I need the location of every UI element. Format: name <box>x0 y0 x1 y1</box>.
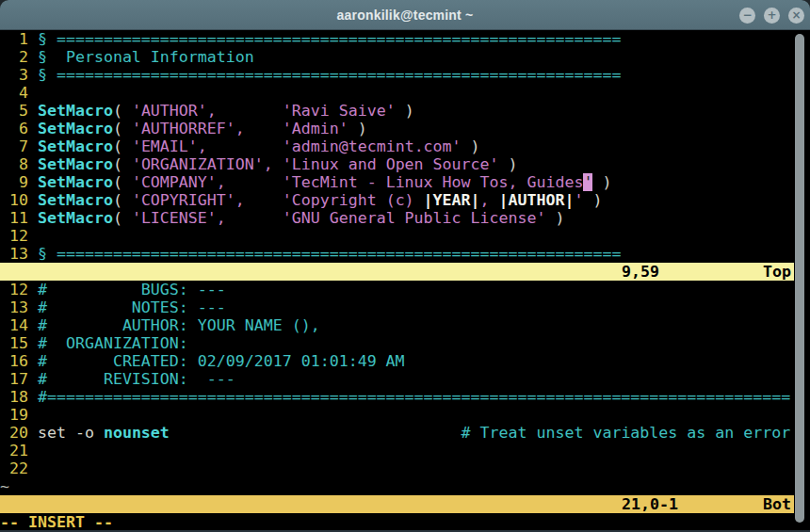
code-segment: set -o <box>38 424 104 442</box>
window-controls: − + × <box>739 0 804 30</box>
line-number: 10 <box>0 191 38 209</box>
code-line[interactable]: 4 <box>0 84 794 102</box>
code-line[interactable]: 9 SetMacro( 'COMPANY', 'TecMint - Linux … <box>0 173 794 191</box>
code-segment: 'admin@tecmint.com' <box>283 137 462 155</box>
code-segment <box>273 155 283 173</box>
code-line[interactable]: 20 set -o nounset # Treat unset variable… <box>0 424 794 442</box>
code-segment: SetMacro <box>38 137 113 155</box>
code-line[interactable]: 13 # NOTES: --- <box>0 298 794 316</box>
code-segment: 'LICENSE', <box>132 209 226 227</box>
line-number: 20 <box>0 424 38 442</box>
code-segment <box>217 102 283 120</box>
close-button[interactable]: × <box>788 8 804 24</box>
code-line[interactable]: 17 # REVISION: --- <box>0 370 794 388</box>
code-segment: |AUTHOR| <box>499 191 575 209</box>
code-line[interactable]: 15 # ORGANIZATION: <box>0 334 794 352</box>
vim-mode-indicator: -- INSERT -- <box>0 513 794 531</box>
code-segment: ) <box>583 191 602 209</box>
code-segment: # AUTHOR: YOUR NAME (), <box>38 316 320 334</box>
line-number: 9 <box>0 173 38 191</box>
code-segment: ( <box>113 120 132 137</box>
code-line[interactable]: 12 # BUGS: --- <box>0 281 794 298</box>
code-segment: # NOTES: --- <box>38 298 226 316</box>
code-line[interactable]: 2 § Personal Information <box>0 48 794 66</box>
code-segment: 'Admin' <box>283 120 348 137</box>
line-number: 21 <box>0 442 38 459</box>
bottom-editor-pane[interactable]: 12 # BUGS: --- 13 # NOTES: --- 14 # AUTH… <box>0 281 794 495</box>
line-number: 17 <box>0 370 38 388</box>
code-segment: # CREATED: 02/09/2017 01:01:49 AM <box>38 352 405 370</box>
line-number: 22 <box>0 459 38 477</box>
titlebar[interactable]: aaronkilik@tecmint ~ − + × <box>0 0 810 30</box>
code-line[interactable]: 16 # CREATED: 02/09/2017 01:01:49 AM <box>0 352 794 370</box>
line-number: 4 <box>0 84 38 102</box>
window-title: aaronkilik@tecmint ~ <box>337 8 474 23</box>
code-segment: ( <box>113 209 132 227</box>
code-line[interactable]: 21 <box>0 442 794 459</box>
minimize-button[interactable]: − <box>739 8 755 24</box>
code-segment: 'GNU General Public License' <box>283 209 546 227</box>
code-segment: 'Linux and Open Source' <box>283 155 499 173</box>
code-segment: # REVISION: --- <box>38 370 235 388</box>
scrollbar-thumb[interactable] <box>795 34 804 523</box>
code-line[interactable]: 18 #====================================… <box>0 388 794 406</box>
code-line[interactable]: 7 SetMacro( 'EMAIL', 'admin@tecmint.com'… <box>0 137 794 155</box>
code-segment: nounset <box>104 424 170 442</box>
scrollbar-track[interactable] <box>794 30 810 531</box>
code-line[interactable]: 11 SetMacro( 'LICENSE', 'GNU General Pub… <box>0 209 794 227</box>
line-number: 1 <box>0 30 38 48</box>
code-line[interactable]: 12 <box>0 227 794 245</box>
code-line[interactable]: 1 § ====================================… <box>0 30 794 48</box>
line-number: 14 <box>0 316 38 334</box>
line-number: 16 <box>0 352 38 370</box>
code-segment: 'ORGANIZATION', <box>132 155 273 173</box>
terminal-window: aaronkilik@tecmint ~ − + × 1 § =========… <box>0 0 810 532</box>
code-segment: ( <box>113 191 132 209</box>
code-segment <box>170 424 462 442</box>
code-segment: ~ <box>0 477 9 495</box>
cursor-block: ' <box>583 173 592 191</box>
line-number: 2 <box>0 48 38 66</box>
code-line[interactable]: 5 SetMacro( 'AUTHOR', 'Ravi Saive' ) <box>0 102 794 120</box>
code-segment: , <box>480 191 499 209</box>
top-statusbar: ~/.vim/templates/personal.templates [+] … <box>0 263 794 281</box>
code-segment: ) <box>462 137 480 155</box>
code-line[interactable]: ~ <box>0 477 794 495</box>
line-number: 19 <box>0 406 38 424</box>
code-line[interactable]: 10 SetMacro( 'COPYRIGHT', 'Copyright (c)… <box>0 191 794 209</box>
code-segment: 'TecMint - Linux How Tos, Guides <box>283 173 584 191</box>
code-line[interactable]: 22 <box>0 459 794 477</box>
code-segment <box>226 209 283 227</box>
code-line[interactable]: 8 SetMacro( 'ORGANIZATION', 'Linux and O… <box>0 155 794 173</box>
line-number: 7 <box>0 137 38 155</box>
line-number: 8 <box>0 155 38 173</box>
top-status-cursor-position: 9,59 <box>622 263 659 281</box>
bottom-statusbar: bin/test.sh 21,0-1 Bot <box>0 495 794 513</box>
code-segment <box>226 173 283 191</box>
line-number: 13 <box>0 298 38 316</box>
code-segment <box>207 137 283 155</box>
top-editor-pane[interactable]: 1 § ====================================… <box>0 30 794 263</box>
code-segment: SetMacro <box>38 191 113 209</box>
code-segment <box>245 120 283 137</box>
code-segment: #=======================================… <box>38 388 790 406</box>
code-segment: ) <box>545 209 564 227</box>
code-line[interactable]: 13 § ===================================… <box>0 245 794 263</box>
code-segment: 'COPYRIGHT', <box>132 191 245 209</box>
code-segment: ( <box>113 137 132 155</box>
code-segment: ( <box>113 155 132 173</box>
code-segment: 'Ravi Saive' <box>283 102 396 120</box>
code-line[interactable]: 14 # AUTHOR: YOUR NAME (), <box>0 316 794 334</box>
code-segment: 'COMPANY', <box>132 173 226 191</box>
code-segment: SetMacro <box>38 102 113 120</box>
code-line[interactable]: 6 SetMacro( 'AUTHORREF', 'Admin' ) <box>0 120 794 137</box>
line-number: 5 <box>0 102 38 120</box>
code-line[interactable]: 19 <box>0 406 794 424</box>
maximize-button[interactable]: + <box>764 8 780 24</box>
code-segment: 'AUTHORREF', <box>132 120 245 137</box>
terminal-body: 1 § ====================================… <box>0 30 810 531</box>
code-segment: ' <box>574 191 583 209</box>
code-line[interactable]: 3 § ====================================… <box>0 66 794 84</box>
code-segment: § ======================================… <box>38 66 621 84</box>
code-segment: § Personal Information <box>38 48 254 66</box>
